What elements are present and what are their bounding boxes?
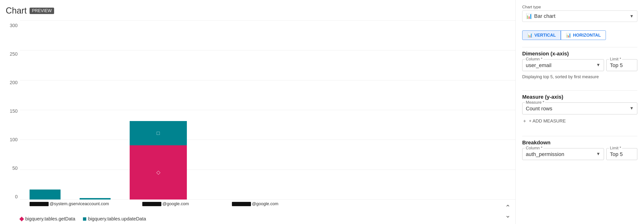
y-label-0: 0 [6,194,18,200]
measure-arrow: ▼ [630,106,634,111]
dimension-column-label: Column * [525,57,544,62]
breakdown-column-value: auth_permission [526,150,564,157]
y-label-100: 100 [6,137,18,142]
y-label-200: 200 [6,80,18,85]
breakdown-column-select[interactable]: auth_permission ▼ [526,150,600,157]
x-label-2: @google.com [142,201,189,206]
chart-type-section: Chart type 📊 Bar chart ▼ [522,5,637,26]
chart-type-dropdown-arrow: ▼ [630,14,634,19]
stacked-bar-3: ◇ □ [130,121,187,200]
bar-segment-teal-1 [30,190,60,200]
stacked-bar-1 [30,190,60,200]
measure-label: Measure * [525,100,545,105]
bar-segment-pink-3: ◇ [130,145,187,200]
legend-icon-square [83,217,86,221]
dimension-two-col: Column * user_email ▼ Limit * Top 5 [522,59,637,74]
divider-1 [522,47,637,47]
chart-title-row: Chart PREVIEW [6,6,515,16]
measure-box: Measure * Count rows ▼ [522,103,637,114]
orientation-row: 📊 VERTICAL 📊 HORIZONTAL [522,30,637,40]
x-label-redacted-2 [142,202,161,206]
chart-type-selector[interactable]: 📊 Bar chart ▼ [522,10,637,22]
legend-item-2: bigquery.tables.updateData [83,216,146,222]
breakdown-limit-label: Limit * [609,146,622,150]
y-label-300: 300 [6,23,18,28]
bar-icon-square: □ [156,130,160,136]
divider-2 [522,90,637,91]
y-label-50: 50 [6,165,18,171]
measure-title: Measure (y-axis) [522,94,637,100]
dimension-limit-label: Limit * [609,57,622,62]
plus-icon: ＋ [522,118,527,124]
breakdown-title: Breakdown [522,140,637,146]
legend: bigquery.tables.getData bigquery.tables.… [6,214,515,224]
x-label-redacted-3 [232,202,251,206]
dimension-info-text: Displaying top 5, sorted by first measur… [522,74,637,79]
legend-label-1: bigquery.tables.getData [25,216,75,222]
breakdown-column-label: Column * [525,146,544,150]
chart-type-outer-label: Chart type [522,5,637,9]
plot-area: ◇ □ @system.gserviceaccount.com [20,20,515,214]
chart-title: Chart [6,6,27,16]
bar-chart-icon: 📊 [526,13,532,19]
x-label-1: @system.gserviceaccount.com [30,201,109,206]
breakdown-column-box: Column * auth_permission ▼ [522,148,604,160]
chart-area: Chart PREVIEW 300 250 200 150 100 50 0 [0,0,515,224]
dimension-limit-box: Limit * Top 5 [606,59,637,71]
breakdown-column-arrow: ▼ [596,151,600,156]
x-label-3: @google.com [232,201,278,206]
x-label-suffix-1: @system.gserviceaccount.com [50,201,109,206]
dimension-column-arrow: ▼ [596,63,600,68]
vertical-icon: 📊 [527,33,532,38]
x-label-suffix-3: @google.com [252,201,278,206]
bar-group-1 [30,190,60,200]
y-label-150: 150 [6,109,18,114]
y-label-250: 250 [6,51,18,57]
bars-container: ◇ □ [20,20,506,200]
dimension-column-value: user_email [526,61,552,69]
add-measure-button[interactable]: ＋ + ADD MEASURE [522,118,637,124]
breakdown-section: Breakdown Column * auth_permission ▼ Lim… [522,140,637,163]
divider-3 [522,136,637,136]
bar-group-3: ◇ □ [130,121,187,200]
measure-select[interactable]: Count rows ▼ [526,105,634,112]
horizontal-icon: 📊 [566,33,571,38]
y-axis: 300 250 200 150 100 50 0 [6,20,20,214]
vertical-label: VERTICAL [534,33,556,38]
legend-item-1: bigquery.tables.getData [20,216,75,222]
collapse-icon: ⌃⌄ [505,204,510,219]
collapse-button[interactable]: ⌃⌄ [505,204,510,219]
dimension-column-box: Column * user_email ▼ [522,59,604,71]
chart-container: 300 250 200 150 100 50 0 [6,20,515,224]
x-label-suffix-2: @google.com [162,201,189,206]
bar-icon-diamond: ◇ [156,169,160,176]
dimension-title: Dimension (x-axis) [522,51,637,57]
x-axis-labels: @system.gserviceaccount.com @google.com … [20,200,506,214]
horizontal-button[interactable]: 📊 HORIZONTAL [561,30,606,40]
breakdown-limit-value: Top 5 [610,150,634,157]
right-panel: Chart type 📊 Bar chart ▼ 📊 VERTICAL 📊 HO… [515,0,644,224]
breakdown-two-col: Column * auth_permission ▼ Limit * Top 5 [522,148,637,163]
x-label-redacted-1 [30,202,48,206]
legend-icon-diamond [19,217,24,222]
vertical-button[interactable]: 📊 VERTICAL [522,30,561,40]
legend-label-2: bigquery.tables.updateData [88,216,146,222]
breakdown-limit-box: Limit * Top 5 [606,148,637,160]
dimension-section: Dimension (x-axis) Column * user_email ▼… [522,51,637,83]
dimension-column-select[interactable]: user_email ▼ [526,61,600,69]
dimension-limit-value: Top 5 [610,61,634,69]
measure-section: Measure (y-axis) Measure * Count rows ▼ … [522,94,637,129]
chart-inner: 300 250 200 150 100 50 0 [6,20,515,214]
bar-segment-teal-3: □ [130,121,187,145]
preview-badge: PREVIEW [30,8,54,14]
horizontal-label: HORIZONTAL [573,33,601,38]
chart-type-value: Bar chart [534,13,555,19]
measure-value: Count rows [526,105,552,112]
add-measure-label: + ADD MEASURE [529,118,566,124]
